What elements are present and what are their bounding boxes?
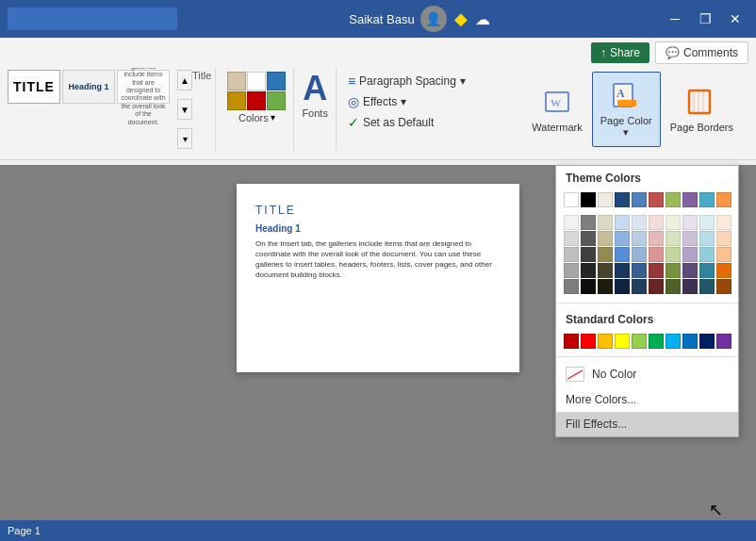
shade-cell[interactable] bbox=[581, 263, 596, 278]
diamond-icon[interactable]: ◆ bbox=[454, 8, 468, 29]
effects-button[interactable]: ◎ Effects ▾ bbox=[344, 92, 509, 111]
standard-color-cell[interactable] bbox=[699, 334, 715, 349]
shade-cell[interactable] bbox=[564, 247, 579, 262]
swatch-1[interactable] bbox=[227, 72, 246, 90]
shade-cell[interactable] bbox=[649, 215, 664, 230]
theme-color-cell[interactable] bbox=[564, 192, 579, 207]
standard-color-cell[interactable] bbox=[598, 334, 613, 349]
shade-cell[interactable] bbox=[666, 231, 681, 246]
shade-cell[interactable] bbox=[632, 279, 647, 294]
share-button[interactable]: ↑ Share bbox=[591, 42, 649, 63]
theme-color-cell[interactable] bbox=[581, 192, 596, 207]
title-style-item[interactable]: TITLE bbox=[8, 70, 60, 104]
shade-cell[interactable] bbox=[716, 279, 731, 294]
swatch-5[interactable] bbox=[247, 91, 266, 110]
shade-cell[interactable] bbox=[666, 279, 681, 294]
heading1-style-item[interactable]: Heading 1 bbox=[62, 70, 115, 104]
fonts-A-icon[interactable]: A bbox=[303, 72, 327, 106]
page-borders-button[interactable]: Page Borders bbox=[663, 72, 741, 147]
user-info[interactable]: Saikat Basu 👤 bbox=[349, 6, 446, 32]
shade-cell[interactable] bbox=[564, 231, 579, 246]
shade-cell[interactable] bbox=[682, 231, 698, 246]
shade-cell[interactable] bbox=[716, 231, 731, 246]
shade-cell[interactable] bbox=[598, 247, 613, 262]
shade-cell[interactable] bbox=[666, 247, 681, 262]
theme-color-cell[interactable] bbox=[666, 192, 681, 207]
shade-cell[interactable] bbox=[666, 263, 681, 278]
theme-color-cell[interactable] bbox=[598, 192, 613, 207]
shade-cell[interactable] bbox=[598, 263, 613, 278]
shade-cell[interactable] bbox=[716, 263, 731, 278]
shade-cell[interactable] bbox=[699, 279, 715, 294]
standard-color-cell[interactable] bbox=[564, 334, 579, 349]
shade-cell[interactable] bbox=[598, 215, 613, 230]
shade-cell[interactable] bbox=[581, 247, 596, 262]
set-as-default-button[interactable]: ✓ Set as Default bbox=[344, 113, 509, 132]
standard-color-cell[interactable] bbox=[682, 334, 698, 349]
swatch-4[interactable] bbox=[227, 91, 246, 110]
shade-cell[interactable] bbox=[699, 231, 715, 246]
shade-cell[interactable] bbox=[682, 279, 698, 294]
swatch-2[interactable] bbox=[247, 72, 266, 90]
swatch-3[interactable] bbox=[267, 72, 286, 90]
shade-cell[interactable] bbox=[682, 215, 698, 230]
shade-cell[interactable] bbox=[632, 263, 647, 278]
shade-cell[interactable] bbox=[564, 215, 579, 230]
standard-color-cell[interactable] bbox=[632, 334, 647, 349]
shade-cell[interactable] bbox=[581, 279, 596, 294]
search-input[interactable] bbox=[8, 8, 177, 30]
standard-color-cell[interactable] bbox=[716, 334, 731, 349]
watermark-button[interactable]: W Watermark bbox=[524, 72, 589, 147]
shade-cell[interactable] bbox=[632, 215, 647, 230]
shade-cell[interactable] bbox=[615, 215, 630, 230]
minimize-button[interactable]: ─ bbox=[662, 6, 688, 32]
paragraph-spacing-button[interactable]: ≡ Paragraph Spacing ▾ bbox=[344, 72, 509, 90]
shade-cell[interactable] bbox=[666, 215, 681, 230]
shade-cell[interactable] bbox=[649, 279, 664, 294]
shade-cell[interactable] bbox=[649, 263, 664, 278]
cloud-icon[interactable]: ☁ bbox=[475, 10, 490, 28]
theme-color-cell[interactable] bbox=[649, 192, 664, 207]
no-color-item[interactable]: No Color bbox=[556, 361, 738, 387]
more-colors-item[interactable]: More Colors... bbox=[556, 387, 738, 412]
standard-color-cell[interactable] bbox=[666, 334, 681, 349]
shade-cell[interactable] bbox=[632, 247, 647, 262]
shade-cell[interactable] bbox=[581, 231, 596, 246]
shade-cell[interactable] bbox=[699, 263, 715, 278]
close-button[interactable]: ✕ bbox=[722, 6, 748, 32]
shade-cell[interactable] bbox=[598, 231, 613, 246]
shade-cell[interactable] bbox=[699, 215, 715, 230]
fill-effects-item[interactable]: Fill Effects... bbox=[556, 412, 738, 436]
comments-button[interactable]: 💬 Comments bbox=[655, 41, 748, 64]
theme-color-cell[interactable] bbox=[716, 192, 731, 207]
standard-color-cell[interactable] bbox=[581, 334, 596, 349]
standard-color-cell[interactable] bbox=[649, 334, 664, 349]
shade-cell[interactable] bbox=[632, 231, 647, 246]
shade-cell[interactable] bbox=[716, 247, 731, 262]
page-color-button[interactable]: A Page Color ▾ bbox=[592, 72, 661, 147]
shade-cell[interactable] bbox=[699, 247, 715, 262]
shade-cell[interactable] bbox=[682, 263, 698, 278]
scroll-up-button[interactable]: ▲ bbox=[177, 70, 192, 90]
restore-button[interactable]: ❐ bbox=[692, 6, 718, 32]
scroll-down-button[interactable]: ▼ bbox=[177, 99, 192, 120]
shade-cell[interactable] bbox=[615, 279, 630, 294]
shade-cell[interactable] bbox=[564, 279, 579, 294]
shade-cell[interactable] bbox=[564, 263, 579, 278]
shade-cell[interactable] bbox=[615, 263, 630, 278]
shade-cell[interactable] bbox=[649, 231, 664, 246]
shade-cell[interactable] bbox=[615, 231, 630, 246]
normal-style-item[interactable]: On the Insert tab, the galleries include… bbox=[117, 70, 170, 104]
theme-color-cell[interactable] bbox=[632, 192, 647, 207]
swatch-6[interactable] bbox=[267, 91, 286, 110]
shade-cell[interactable] bbox=[598, 279, 613, 294]
theme-color-cell[interactable] bbox=[615, 192, 630, 207]
theme-color-cell[interactable] bbox=[682, 192, 698, 207]
theme-color-cell[interactable] bbox=[699, 192, 715, 207]
colors-dropdown-button[interactable]: ▾ bbox=[271, 112, 275, 123]
scroll-more-button[interactable]: ▾ bbox=[177, 128, 192, 149]
shade-cell[interactable] bbox=[649, 247, 664, 262]
shade-cell[interactable] bbox=[682, 247, 698, 262]
shade-cell[interactable] bbox=[615, 247, 630, 262]
standard-color-cell[interactable] bbox=[615, 334, 630, 349]
